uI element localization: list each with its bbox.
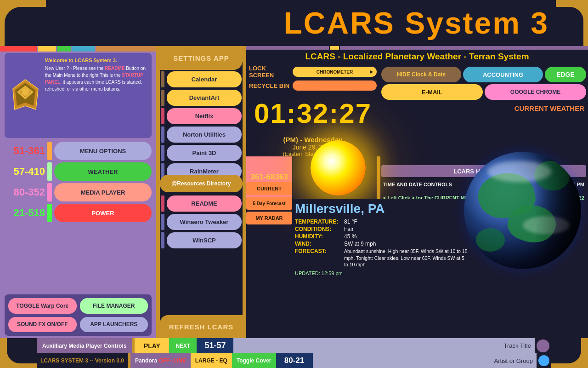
weather-data-area: Millersville, PA TEMPERATURE: 81 °F COND… <box>292 199 471 279</box>
forecast-labels: CURRENT 5 Day Forecast MY RADAR <box>246 182 292 224</box>
app-launchers-btn[interactable]: APP LAUNCHERS <box>80 317 148 333</box>
app-title: LCARS System 3 <box>283 6 549 40</box>
weather-subtitle: LCARS - Localized Planetary Weather - Te… <box>305 52 529 62</box>
email-btn[interactable]: E-MAIL <box>381 84 483 100</box>
my-radar-btn[interactable]: MY RADAR <box>246 212 292 224</box>
accounting-btn[interactable]: ACCOUNTING <box>463 67 543 82</box>
calendar-btn[interactable]: Calendar <box>167 71 242 87</box>
current-weather-row: CURRENT WEATHER <box>381 102 586 115</box>
clock-display: 01:32:27 <box>246 92 379 134</box>
earth-visual <box>464 152 581 269</box>
winaero-btn[interactable]: Winaero Tweaker <box>167 214 242 230</box>
corner-tr-inner <box>556 7 583 46</box>
dot-paint <box>161 145 164 161</box>
badge-area <box>9 58 41 133</box>
resources-btn[interactable]: @Resources Directory <box>160 175 243 192</box>
winscp-btn[interactable]: WinSCP <box>167 232 242 248</box>
bar-thin-2 <box>47 162 52 181</box>
top-color-bars <box>0 46 156 52</box>
bar-num-1: 51-361 <box>5 145 45 157</box>
app-panel-top: SETTINGS APP <box>160 46 243 70</box>
version-label: LCARS SYSTEM 3 -- Version 3.0 <box>37 357 128 364</box>
dot-readme <box>161 196 164 212</box>
app-item-deviantart: DeviantArt <box>161 90 242 106</box>
bar-thin-1 <box>47 142 52 160</box>
chronometer-btn[interactable]: CHRONOMETER ▶ <box>293 67 377 77</box>
chronometer-label: CHRONOMETER <box>317 69 353 75</box>
readme-btn[interactable]: README <box>167 196 242 212</box>
app-item-winscp: WinSCP <box>161 232 242 248</box>
color-bar-row-4: 21-518 POWER <box>5 204 152 222</box>
humid-val: 45 % <box>344 233 469 240</box>
norton-btn[interactable]: Norton Utilities <box>167 126 242 143</box>
top-header: LCARS System 3 <box>46 0 556 46</box>
app-item-readme: README <box>161 196 242 212</box>
dot-winaero <box>161 214 164 230</box>
current-weather-btn[interactable]: CURRENT <box>246 182 292 195</box>
power-btn[interactable]: POWER <box>54 204 152 222</box>
recycle-bar <box>293 80 377 91</box>
corner-bl <box>0 338 37 368</box>
right-controls: HIDE Clock & Date ACCOUNTING EDGE E-MAIL… <box>379 65 588 116</box>
hide-clock-btn[interactable]: HIDE Clock & Date <box>381 67 461 82</box>
lock-screen-row: LOCK SCREEN CHRONOMETER ▶ <box>246 65 379 79</box>
large-eq-btn[interactable]: LARGE - EQ <box>191 353 232 368</box>
startup-line1: New User ? - Please see the <box>45 66 105 71</box>
netflix-btn[interactable]: Netflix <box>167 108 242 124</box>
next-btn[interactable]: NEXT <box>169 338 197 353</box>
time-date-label: TIME AND DATE CONTROLS <box>383 182 452 187</box>
sound-fx-btn[interactable]: SOUND FX ON/OFF <box>8 317 77 333</box>
media-label: Auxilliary Media Player Controls <box>37 338 132 353</box>
paint-btn[interactable]: Paint 3D <box>167 145 242 161</box>
corner-br <box>551 338 588 368</box>
refresh-btn[interactable]: REFRESH LCARS <box>160 315 243 338</box>
corner-tr <box>556 0 588 46</box>
refresh-label: REFRESH LCARS <box>169 323 234 331</box>
track-nums: 51-57 <box>197 338 233 353</box>
trb-1 <box>246 46 329 50</box>
bb-row1: Auxilliary Media Player Controls PLAY NE… <box>37 338 551 353</box>
cond-val: Fair <box>344 226 469 232</box>
bar-num-4: 21-518 <box>5 207 45 219</box>
pandora-area: Pandora OFF--LINE <box>130 353 191 368</box>
weather-btn[interactable]: WEATHER <box>54 162 152 181</box>
chrome-btn[interactable]: GOOGLE CHROME <box>485 84 586 100</box>
artist-circle <box>538 355 549 366</box>
edge-btn[interactable]: EDGE <box>545 67 586 82</box>
deviantart-btn[interactable]: DeviantArt <box>167 90 242 106</box>
chrono-arrow: ▶ <box>370 69 373 74</box>
right-divider <box>243 46 246 338</box>
app-list-2: README Winaero Tweaker WinSCP <box>161 196 242 248</box>
bar-yellow <box>38 46 56 52</box>
play-btn[interactable]: PLAY <box>135 338 169 353</box>
rc-row-1: HIDE Clock & Date ACCOUNTING EDGE <box>381 67 586 82</box>
temp-val: 81 °F <box>344 218 469 225</box>
bottom-bar: Auxilliary Media Player Controls PLAY NE… <box>37 338 551 368</box>
bar-num-3: 80-352 <box>5 186 45 198</box>
color-bar-row-3: 80-352 MEDIA PLAYER <box>5 183 152 201</box>
weather-grid: TEMPERATURE: 81 °F CONDITIONS: Fair HUMI… <box>295 218 469 268</box>
humid-key: HUMIDITY: <box>295 233 343 240</box>
bar-num-2: 57-410 <box>5 166 45 178</box>
starfleet-badge <box>11 77 40 114</box>
file-manager-btn[interactable]: FILE MANAGER <box>80 298 148 314</box>
app-item-netflix: Netflix <box>161 108 242 124</box>
startup-content: New User ? - Please see the README Butto… <box>45 65 147 92</box>
earth-shadow <box>534 152 581 269</box>
settings-title: SETTINGS APP <box>173 54 229 62</box>
track-circle <box>537 339 549 352</box>
toggle-warp-btn[interactable]: TOGGLE Warp Core <box>8 298 77 314</box>
top-right-bars <box>246 46 588 50</box>
weather-subtitle-bar: LCARS - Localized Planetary Weather - Te… <box>246 48 588 65</box>
menu-options-btn[interactable]: MENU OPTIONS <box>54 142 152 160</box>
bar-thin-4 <box>47 204 52 222</box>
pandora-label: Pandora <box>135 357 157 364</box>
media-player-btn[interactable]: MEDIA PLAYER <box>54 183 152 201</box>
app-item-winaero: Winaero Tweaker <box>161 214 242 230</box>
toggle-cover-btn[interactable]: Toggle Cover <box>232 353 276 368</box>
track-title: Track Title <box>233 338 535 353</box>
land-4 <box>476 228 505 252</box>
dot-norton <box>161 126 164 143</box>
five-day-btn[interactable]: 5 Day Forecast <box>246 197 292 210</box>
corner-br-inner <box>551 338 581 363</box>
